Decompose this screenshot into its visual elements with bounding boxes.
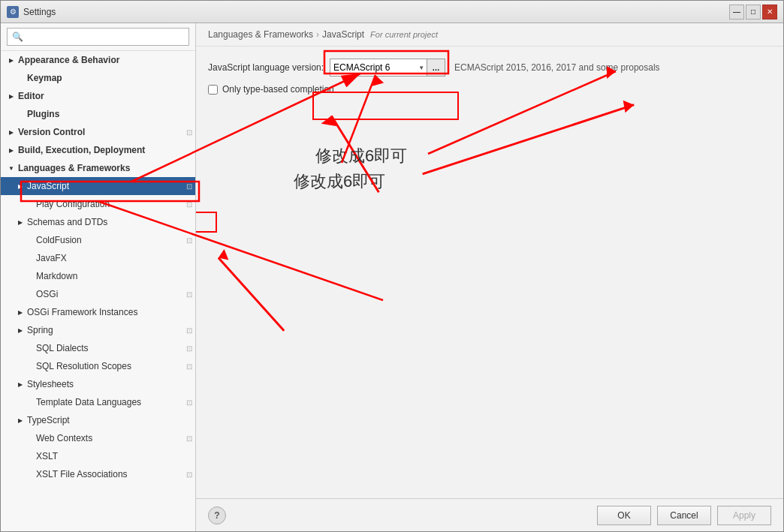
sync-icon: ⊡ xyxy=(186,362,192,371)
help-button[interactable]: ? xyxy=(208,506,226,524)
sidebar-item-label: Stylesheets xyxy=(27,379,195,389)
sidebar-item-coldfusion[interactable]: ColdFusion ⊡ xyxy=(1,231,195,249)
expand-arrow xyxy=(25,236,34,245)
expand-arrow xyxy=(25,290,34,299)
sync-icon: ⊡ xyxy=(186,236,192,245)
search-input[interactable] xyxy=(7,28,189,46)
sidebar-item-label: SQL Dialects xyxy=(36,343,186,353)
for-current-project: For current project xyxy=(370,30,438,39)
sync-icon: ⊡ xyxy=(186,200,192,209)
sidebar-item-osgi-framework[interactable]: ▶ OSGi Framework Instances xyxy=(1,303,195,321)
sidebar-tree: ▶ Appearance & Behavior Keymap ▶ Editor … xyxy=(1,51,195,531)
window-title: Settings xyxy=(23,7,729,17)
expand-arrow: ▶ xyxy=(7,56,16,65)
sidebar-item-label: Schemas and DTDs xyxy=(27,217,195,227)
sidebar-item-plugins[interactable]: Plugins xyxy=(1,105,195,123)
sidebar-item-editor[interactable]: ▶ Editor xyxy=(1,87,195,105)
expand-arrow: ▶ xyxy=(7,146,16,155)
expand-arrow: ▶ xyxy=(16,380,25,389)
type-based-label: Only type-based completion xyxy=(222,84,334,95)
sidebar-item-typescript[interactable]: ▶ TypeScript xyxy=(1,411,195,429)
sync-icon: ⊡ xyxy=(186,398,192,407)
title-bar: ⚙ Settings — □ ✕ xyxy=(1,1,783,23)
annotation-text: 修改成6即可 xyxy=(294,170,385,193)
expand-arrow: ▶ xyxy=(16,182,25,191)
svg-marker-1 xyxy=(321,114,339,126)
apply-button[interactable]: Apply xyxy=(717,506,771,525)
sidebar-item-stylesheets[interactable]: ▶ Stylesheets xyxy=(1,375,195,393)
sidebar-item-label: Version Control xyxy=(18,127,186,137)
sync-icon: ⊡ xyxy=(186,344,192,353)
sidebar-item-label: SQL Resolution Scopes xyxy=(36,361,186,371)
expand-arrow xyxy=(25,272,34,281)
sidebar-item-label: XSLT xyxy=(36,451,195,461)
expand-arrow: ▶ xyxy=(7,128,16,137)
ok-button[interactable]: OK xyxy=(597,506,651,525)
sidebar-item-sql-resolution[interactable]: SQL Resolution Scopes ⊡ xyxy=(1,357,195,375)
sync-icon: ⊡ xyxy=(186,434,192,443)
sync-icon: ⊡ xyxy=(186,326,192,335)
expand-arrow xyxy=(25,254,34,263)
expand-arrow xyxy=(25,200,34,209)
cancel-button[interactable]: Cancel xyxy=(657,506,711,525)
sidebar-item-schemas[interactable]: ▶ Schemas and DTDs xyxy=(1,213,195,231)
annotation-box-sidebar xyxy=(196,212,217,233)
sync-icon: ⊡ xyxy=(186,470,192,479)
sidebar-item-build[interactable]: ▶ Build, Execution, Deployment xyxy=(1,141,195,159)
svg-line-4 xyxy=(219,258,284,331)
window-controls: — □ ✕ xyxy=(729,5,777,20)
settings-window: ⚙ Settings — □ ✕ ▶ Appearance & Behavior xyxy=(0,0,784,532)
more-options-button[interactable]: … xyxy=(427,59,445,77)
minimize-button[interactable]: — xyxy=(729,5,744,20)
sidebar-item-xslt-file[interactable]: XSLT File Associations ⊡ xyxy=(1,465,195,483)
sidebar-item-osgi[interactable]: OSGi ⊡ xyxy=(1,285,195,303)
breadcrumb: Languages & Frameworks › JavaScript For … xyxy=(196,23,783,47)
sidebar-item-label: Build, Execution, Deployment xyxy=(18,145,195,155)
sidebar-item-version-control[interactable]: ▶ Version Control ⊡ xyxy=(1,123,195,141)
expand-arrow xyxy=(25,434,34,443)
sidebar: ▶ Appearance & Behavior Keymap ▶ Editor … xyxy=(1,23,196,531)
sidebar-item-label: TypeScript xyxy=(27,415,195,425)
type-based-checkbox[interactable] xyxy=(208,85,218,95)
svg-line-2 xyxy=(423,105,635,174)
sidebar-item-label: Markdown xyxy=(36,271,195,281)
svg-line-0 xyxy=(331,116,378,192)
version-select-wrapper: ECMAScript 6 ECMAScript 5.1 ECMAScript 5… xyxy=(330,59,445,77)
close-button[interactable]: ✕ xyxy=(762,5,777,20)
svg-marker-5 xyxy=(219,249,229,260)
sidebar-item-appearance[interactable]: ▶ Appearance & Behavior xyxy=(1,51,195,69)
sidebar-item-web-contexts[interactable]: Web Contexts ⊡ xyxy=(1,429,195,447)
sidebar-item-languages[interactable]: ▼ Languages & Frameworks xyxy=(1,159,195,177)
sidebar-item-play-config[interactable]: Play Configuration ⊡ xyxy=(1,195,195,213)
version-select-container: ECMAScript 6 ECMAScript 5.1 ECMAScript 5… xyxy=(330,59,427,77)
checkbox-row: Only type-based completion xyxy=(208,84,771,95)
sync-icon: ⊡ xyxy=(186,182,192,191)
version-field-row: JavaScript language version: ECMAScript … xyxy=(208,59,771,77)
version-description: ECMAScript 2015, 2016, 2017 and some pro… xyxy=(454,62,660,73)
version-select[interactable]: ECMAScript 6 ECMAScript 5.1 ECMAScript 5… xyxy=(330,59,427,77)
sidebar-item-label: Keymap xyxy=(27,73,195,83)
sidebar-item-label: Play Configuration xyxy=(36,199,186,209)
breadcrumb-part2: JavaScript xyxy=(322,29,364,40)
sidebar-item-spring[interactable]: ▶ Spring ⊡ xyxy=(1,321,195,339)
sidebar-item-label: OSGi Framework Instances xyxy=(27,307,195,317)
sidebar-item-xslt[interactable]: XSLT xyxy=(1,447,195,465)
sidebar-item-markdown[interactable]: Markdown xyxy=(1,267,195,285)
sidebar-item-keymap[interactable]: Keymap xyxy=(1,69,195,87)
sidebar-item-label: Template Data Languages xyxy=(36,397,186,407)
breadcrumb-part1: Languages & Frameworks xyxy=(208,29,313,40)
sidebar-item-javafx[interactable]: JavaFX xyxy=(1,249,195,267)
expand-arrow xyxy=(25,398,34,407)
expand-arrow xyxy=(25,344,34,353)
annotation-box-version xyxy=(312,92,459,120)
maximize-button[interactable]: □ xyxy=(746,5,761,20)
sidebar-item-template-data[interactable]: Template Data Languages ⊡ xyxy=(1,393,195,411)
search-box xyxy=(1,23,195,51)
sidebar-item-sql-dialects[interactable]: SQL Dialects ⊡ xyxy=(1,339,195,357)
sidebar-item-label: Spring xyxy=(27,325,186,335)
sidebar-item-label: Web Contexts xyxy=(36,433,186,443)
sidebar-item-javascript[interactable]: ▶ JavaScript ⊡ xyxy=(1,177,195,195)
right-panel: Languages & Frameworks › JavaScript For … xyxy=(196,23,783,531)
expand-arrow xyxy=(25,452,34,461)
bottom-bar: ? OK Cancel Apply xyxy=(196,498,783,531)
